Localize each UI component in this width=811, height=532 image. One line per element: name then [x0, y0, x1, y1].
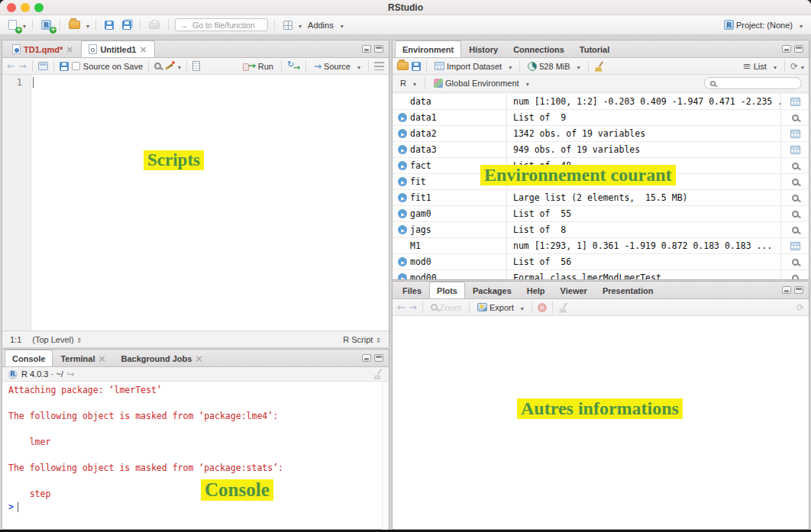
- expand-arrow-icon[interactable]: [398, 193, 407, 202]
- console-scrollbar[interactable]: [382, 382, 389, 530]
- expand-arrow-icon[interactable]: [398, 113, 407, 122]
- tab-console[interactable]: Console: [5, 350, 53, 366]
- tab-td1-qmd[interactable]: TD1.qmd*: [5, 40, 81, 57]
- inspect-object-icon[interactable]: [792, 259, 799, 266]
- expand-arrow-icon[interactable]: [398, 209, 407, 218]
- maximize-pane-icon[interactable]: [794, 286, 803, 294]
- close-tab-icon[interactable]: [139, 45, 147, 54]
- run-button[interactable]: Run: [241, 60, 276, 73]
- tab-viewer[interactable]: Viewer: [553, 282, 595, 298]
- open-file-button[interactable]: [66, 19, 82, 31]
- code-tools-icon[interactable]: [164, 61, 175, 71]
- expand-arrow-icon[interactable]: [398, 257, 407, 266]
- environment-object-row[interactable]: jagsList of 8: [393, 222, 809, 238]
- clear-environment-icon[interactable]: [594, 61, 605, 72]
- minimize-pane-icon[interactable]: [782, 286, 791, 294]
- tab-terminal[interactable]: Terminal: [53, 350, 113, 366]
- save-button[interactable]: [102, 19, 116, 31]
- tab-background-jobs[interactable]: Background Jobs: [114, 350, 211, 366]
- new-project-button[interactable]: [39, 18, 53, 31]
- print-button[interactable]: [147, 20, 162, 31]
- source-button[interactable]: Source: [312, 60, 363, 73]
- file-type-selector[interactable]: R Script: [343, 335, 381, 344]
- tab-environment[interactable]: Environment: [395, 40, 461, 57]
- expand-arrow-icon[interactable]: [398, 129, 407, 138]
- expand-arrow-icon[interactable]: [398, 225, 407, 234]
- minimize-pane-icon[interactable]: [362, 354, 371, 362]
- tab-tutorial[interactable]: Tutorial: [572, 40, 618, 57]
- close-tab-icon[interactable]: [195, 354, 202, 363]
- environment-object-row[interactable]: fit1Large list (2 elements, 15.5 MB): [393, 190, 809, 206]
- maximize-pane-icon[interactable]: [374, 354, 383, 362]
- open-recent-dropdown[interactable]: [86, 21, 89, 30]
- expand-arrow-icon[interactable]: [398, 177, 407, 186]
- memory-usage-button[interactable]: 528 MiB: [525, 60, 582, 73]
- source-on-save-checkbox[interactable]: [72, 62, 80, 70]
- console-body[interactable]: Attaching package: ‘lmerTest’ The follow…: [2, 382, 389, 530]
- inspect-object-icon[interactable]: [792, 114, 799, 121]
- inspect-object-icon[interactable]: [792, 163, 799, 169]
- project-menu-button[interactable]: Project: (None): [722, 18, 805, 31]
- minimize-pane-icon[interactable]: [782, 45, 791, 53]
- environment-object-row[interactable]: mod00Formal class lmerModLmerTest: [393, 270, 809, 279]
- refresh-icon[interactable]: [790, 61, 798, 72]
- code-editor[interactable]: 1: [2, 75, 389, 330]
- refresh-dropdown[interactable]: [801, 62, 804, 71]
- save-workspace-icon[interactable]: [412, 62, 421, 71]
- inspect-object-icon[interactable]: [792, 227, 799, 234]
- view-table-icon[interactable]: [790, 242, 800, 250]
- environment-selector[interactable]: Global Environment: [431, 77, 532, 89]
- import-dataset-button[interactable]: Import Dataset: [432, 60, 514, 73]
- next-plot-icon[interactable]: [409, 301, 417, 313]
- tab-files[interactable]: Files: [395, 282, 429, 298]
- view-table-icon[interactable]: [790, 98, 800, 106]
- previous-plot-icon[interactable]: [397, 301, 406, 313]
- refresh-plots-icon[interactable]: [796, 302, 804, 313]
- environment-object-row[interactable]: data3949 obs. of 19 variables: [393, 142, 809, 158]
- forward-icon[interactable]: [18, 60, 27, 72]
- environment-object-row[interactable]: gam0List of 55: [393, 206, 809, 222]
- close-tab-icon[interactable]: [98, 354, 105, 363]
- environment-object-row[interactable]: data21342 obs. of 19 variables: [393, 126, 809, 142]
- view-table-icon[interactable]: [790, 130, 800, 138]
- expand-arrow-icon[interactable]: [398, 273, 407, 279]
- environment-object-row[interactable]: mod0List of 56: [393, 254, 809, 270]
- inspect-object-icon[interactable]: [792, 211, 799, 218]
- environment-search-input[interactable]: [719, 79, 796, 89]
- compile-report-icon[interactable]: [192, 61, 200, 71]
- minimize-pane-icon[interactable]: [362, 45, 371, 53]
- zoom-plot-button[interactable]: Zoom: [428, 301, 464, 314]
- environment-object-row[interactable]: M1num [1:293, 1] 0.361 -1.919 0.872 0.18…: [393, 238, 809, 254]
- tab-history[interactable]: History: [461, 40, 506, 57]
- clear-console-icon[interactable]: [373, 369, 383, 379]
- pane-layout-dropdown[interactable]: [299, 21, 302, 30]
- goto-file-function-box[interactable]: [175, 18, 268, 31]
- environment-search-box[interactable]: [704, 77, 802, 89]
- language-selector[interactable]: R: [398, 77, 418, 89]
- expand-arrow-icon[interactable]: [398, 161, 407, 170]
- maximize-pane-icon[interactable]: [374, 45, 383, 53]
- find-replace-icon[interactable]: [154, 63, 161, 69]
- clear-all-plots-icon[interactable]: [558, 302, 569, 313]
- inspect-object-icon[interactable]: [792, 275, 799, 280]
- console-prompt-line[interactable]: >: [2, 501, 389, 514]
- view-table-icon[interactable]: [790, 146, 800, 154]
- inspect-object-icon[interactable]: [792, 195, 799, 202]
- scope-selector[interactable]: (Top Level): [32, 335, 82, 344]
- remove-plot-icon[interactable]: [538, 303, 547, 312]
- list-view-button[interactable]: List: [741, 59, 779, 73]
- new-file-dropdown[interactable]: [23, 21, 26, 30]
- tab-help[interactable]: Help: [519, 282, 553, 298]
- new-file-button[interactable]: [6, 18, 19, 31]
- tab-connections[interactable]: Connections: [506, 40, 572, 57]
- tab-packages[interactable]: Packages: [465, 282, 519, 298]
- goto-file-function-input[interactable]: [191, 20, 263, 31]
- export-plot-button[interactable]: Export: [475, 301, 526, 314]
- rerun-icon[interactable]: [287, 61, 300, 71]
- save-all-button[interactable]: [120, 19, 134, 31]
- inspect-object-icon[interactable]: [792, 179, 799, 185]
- environment-object-row[interactable]: datanum [1:100, 1:2] -0.203 0.409 -1.947…: [393, 94, 809, 110]
- source-dropdown-icon[interactable]: [357, 62, 360, 71]
- open-directory-icon[interactable]: [67, 369, 74, 379]
- back-icon[interactable]: [7, 60, 15, 72]
